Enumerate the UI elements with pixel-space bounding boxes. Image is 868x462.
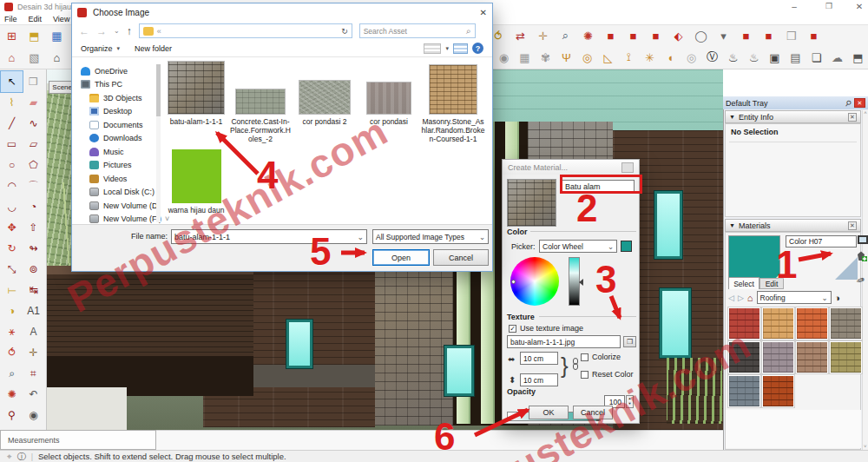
sidebar-item-onedrive[interactable]: OneDrive [81, 64, 155, 78]
maximize-button[interactable]: ❐ [820, 2, 838, 10]
file-thumbnail-cor-pondasi-2[interactable] [299, 80, 351, 115]
dialog-cancel-button[interactable]: Cancel [433, 249, 489, 266]
material-red-shingles[interactable] [728, 307, 760, 340]
teapot-render-icon[interactable]: ♨ [724, 49, 742, 66]
menu-edit[interactable]: Edit [29, 15, 43, 23]
cloud-icon[interactable]: ☁ [828, 49, 846, 66]
up-icon[interactable]: ↑ [127, 25, 132, 37]
create-material-close-icon[interactable] [621, 162, 634, 173]
back-icon[interactable]: ← [79, 25, 89, 37]
lasso-tool[interactable]: ⌇ [1, 92, 23, 113]
zoom-extents-icon[interactable]: ✺ [579, 27, 597, 44]
texture-file-input[interactable]: batu-alam-1-1-1.jpg [507, 335, 621, 348]
reset-color-label[interactable]: Reset Color [592, 370, 634, 379]
minimize-button[interactable]: – [786, 2, 803, 11]
file-thumbnail-concrete[interactable] [235, 89, 286, 115]
extension-icon-1[interactable]: ■ [737, 27, 755, 44]
stake-tool-icon[interactable]: ⟟ [620, 49, 638, 66]
offset-tool[interactable]: ⊚ [23, 259, 44, 280]
file-tile[interactable]: cor pondasi [357, 59, 421, 126]
material-violet-grey-shingles[interactable] [762, 341, 794, 373]
pin-icon[interactable]: ⚲ [844, 98, 853, 109]
sidebar-item-pictures[interactable]: Pictures [89, 159, 155, 173]
disc-tool-icon[interactable]: ◎ [682, 49, 700, 66]
use-texture-checkbox[interactable]: ✓ [509, 325, 516, 333]
forward-icon[interactable]: → [96, 25, 107, 37]
material-orange-spanish-tiles[interactable] [796, 307, 828, 340]
export-icon[interactable]: ■ [647, 27, 665, 44]
sidebar-item-3d-objects[interactable]: 3D Objects [89, 91, 155, 105]
home-icon[interactable]: ⌂ [747, 293, 753, 303]
3d-text-tool[interactable]: A [23, 321, 44, 342]
color-wheel[interactable] [510, 257, 559, 306]
file-name-combo[interactable]: batu-alam-1-1-1⌄ [171, 229, 367, 244]
protractor-tool[interactable]: ◑ [1, 300, 23, 321]
account-icon[interactable]: ◯ [692, 27, 710, 44]
eraser-tool[interactable]: ▰ [23, 92, 44, 113]
browse-texture-icon[interactable]: ❒ [623, 336, 636, 347]
rectangle-tool[interactable]: ▭ [1, 134, 23, 155]
dimension-tool[interactable]: ↹ [23, 280, 44, 300]
zoom-tool[interactable]: ⌕ [1, 363, 23, 384]
sidebar-item-new-volume-d[interactable]: New Volume (D: [89, 199, 155, 213]
history-chevron-icon[interactable]: ⌄ [114, 27, 120, 35]
sandbox-scratch-icon[interactable]: ▦ [516, 49, 534, 66]
ok-button[interactable]: OK [529, 406, 569, 419]
swap-colors-icon[interactable]: ⇄ [511, 27, 529, 44]
home-icon[interactable]: ⌂ [48, 49, 66, 66]
arc-tool[interactable]: ◠ [1, 175, 23, 196]
wheel-handle[interactable] [511, 280, 516, 284]
sidebar-scrollbar[interactable] [156, 64, 161, 222]
material-charcoal-scallop-tiles[interactable] [728, 341, 760, 373]
previous-view-tool[interactable]: ↶ [23, 384, 44, 405]
zoom-extents-tool[interactable]: ✺ [1, 384, 23, 405]
line-tool[interactable]: ╱ [1, 113, 23, 134]
collection-dropdown[interactable]: Roofing⌄ [757, 291, 832, 304]
material-thatch[interactable] [830, 341, 862, 373]
file-type-combo[interactable]: All Supported Image Types⌄ [372, 229, 489, 244]
two-point-arc-tool[interactable]: ⌒ [23, 175, 44, 196]
file-tile[interactable]: warna hijau daun [164, 148, 228, 214]
address-bar[interactable]: « ↻ [139, 23, 352, 38]
material-slate[interactable] [728, 375, 760, 407]
move-tool[interactable]: ✥ [1, 217, 23, 238]
circle-tool[interactable]: ○ [1, 155, 23, 175]
sidebar-item-downloads[interactable]: Downloads [89, 132, 155, 146]
materials-header[interactable]: ▼ Materials ✕ [725, 219, 861, 232]
measurements-box[interactable]: Measurements [0, 430, 156, 450]
open-model-icon[interactable]: ⬒ [25, 27, 43, 44]
triangle-tool-icon[interactable]: ◺ [599, 49, 617, 66]
position-camera-tool[interactable]: ⚲ [1, 405, 23, 426]
display-in-model-icon[interactable] [858, 235, 868, 244]
frame-buffer-icon[interactable]: ▣ [766, 49, 784, 66]
component-box-icon[interactable]: ▧ [25, 49, 43, 66]
share-model-icon[interactable]: ■ [624, 27, 642, 44]
sidebar-item-documents[interactable]: Documents [89, 118, 155, 132]
zoom-window-tool[interactable]: ⌗ [23, 363, 44, 384]
push-pull-tool[interactable]: ⇧ [23, 217, 44, 238]
text-tool[interactable]: A1 [23, 300, 44, 321]
tab-select[interactable]: Select [728, 277, 760, 289]
geolocation-icon[interactable]: ⌖ [7, 452, 12, 462]
materials-close-icon[interactable]: ✕ [848, 221, 857, 230]
teapot-edit-icon[interactable]: ♨ [745, 49, 763, 66]
sandbox-contours-icon[interactable]: ◉ [495, 49, 513, 66]
scale-tool[interactable]: ⤡ [1, 259, 23, 280]
three-point-arc-tool[interactable]: ◡ [1, 196, 23, 217]
sidebar-item-local-disk-c[interactable]: Local Disk (C:) [89, 186, 155, 200]
aspect-lock-icon[interactable] [573, 358, 578, 370]
house-icon[interactable]: ⌂ [3, 49, 21, 66]
sidebar-item-music[interactable]: Music [89, 145, 155, 159]
open-button[interactable]: Open [372, 249, 430, 266]
file-tile[interactable]: cor pondasi 2 [293, 59, 357, 126]
file-thumbnail-masonry[interactable] [429, 64, 477, 115]
help-icon[interactable]: ⓘ [17, 451, 26, 462]
material-grey-shingles[interactable] [830, 307, 862, 340]
colorize-checkbox[interactable] [581, 353, 589, 361]
warehouse-icon[interactable]: ■ [602, 27, 620, 44]
picker-dropdown[interactable]: Color Wheel⌄ [539, 240, 617, 253]
rotated-rectangle-tool[interactable]: ▱ [23, 134, 44, 155]
sample-paint-icon[interactable]: ◑ [835, 293, 841, 303]
vray-icon[interactable]: Ⓥ [703, 49, 721, 66]
polygon-tool[interactable]: ⬠ [23, 155, 44, 175]
